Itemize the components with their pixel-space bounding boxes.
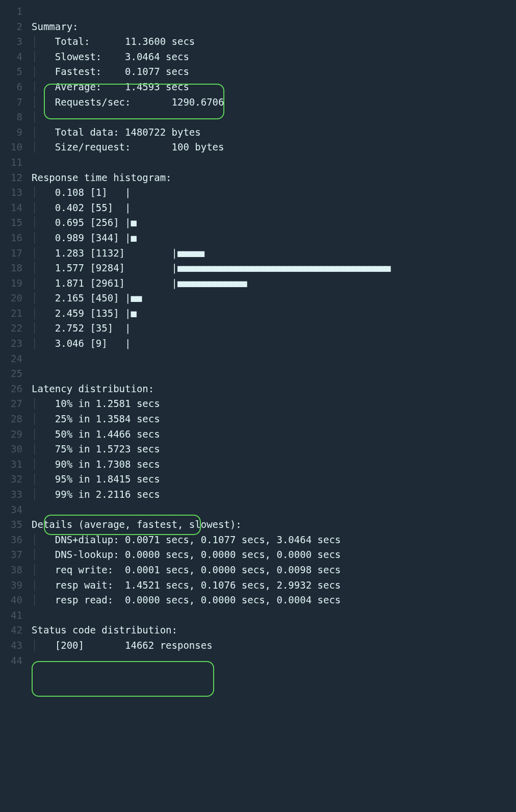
- latency-row: │ 10% in 1.2581 secs: [32, 396, 516, 412]
- line-number: 22: [0, 321, 22, 336]
- details-row: │ resp wait: 1.4521 secs, 0.1076 secs, 2…: [32, 578, 516, 593]
- details-row: │ DNS+dialup: 0.0071 secs, 0.1077 secs, …: [32, 532, 516, 548]
- latency-header: Latency distribution:: [32, 382, 516, 397]
- summary-total-data: │ Total data: 1480722 bytes: [32, 125, 516, 140]
- code-line: [32, 653, 516, 669]
- line-number: 29: [0, 427, 22, 442]
- latency-row: │ 75% in 1.5723 secs: [32, 442, 516, 457]
- line-number: 4: [0, 49, 22, 65]
- details-header: Details (average, fastest, slowest):: [32, 517, 516, 532]
- code-editor: 1234567891011121314151617181920212223242…: [0, 0, 516, 668]
- histogram-header: Response time histogram:: [32, 170, 516, 186]
- line-number: 16: [0, 231, 22, 246]
- histogram-row: │ 1.283 [1132] |■■■■■: [32, 246, 516, 261]
- summary-total: │ Total: 11.3600 secs: [32, 34, 516, 49]
- line-number: 1: [0, 4, 22, 19]
- line-number: 34: [0, 502, 22, 518]
- code-area: Summary: │ Total: 11.3600 secs │ Slowest…: [32, 4, 516, 668]
- details-row: │ req write: 0.0001 secs, 0.0000 secs, 0…: [32, 563, 516, 578]
- line-number: 30: [0, 442, 22, 457]
- line-number: 3: [0, 34, 22, 49]
- line-number: 11: [0, 155, 22, 170]
- line-number: 28: [0, 412, 22, 427]
- summary-size-req: │ Size/request: 100 bytes: [32, 140, 516, 155]
- histogram-row: │ 2.752 [35] |: [32, 321, 516, 336]
- latency-row: │ 50% in 1.4466 secs: [32, 427, 516, 442]
- line-number: 23: [0, 336, 22, 351]
- line-number: 5: [0, 64, 22, 80]
- line-number: 36: [0, 532, 22, 548]
- line-number: 42: [0, 623, 22, 638]
- line-number: 31: [0, 457, 22, 472]
- code-line: [32, 608, 516, 623]
- code-line: [32, 351, 516, 367]
- latency-row: │ 99% in 2.2116 secs: [32, 487, 516, 502]
- line-number: 25: [0, 366, 22, 382]
- histogram-row: │ 0.695 [256] |■: [32, 215, 516, 231]
- latency-row: │ 95% in 1.8415 secs: [32, 472, 516, 487]
- histogram-row: │ 2.459 [135] |■: [32, 306, 516, 321]
- line-number: 15: [0, 215, 22, 231]
- code-line: │: [32, 110, 516, 125]
- line-number: 27: [0, 396, 22, 412]
- line-number: 32: [0, 472, 22, 487]
- histogram-row: │ 0.108 [1] |: [32, 185, 516, 200]
- line-number: 13: [0, 185, 22, 200]
- line-number: 2: [0, 19, 22, 35]
- code-line: [32, 502, 516, 518]
- line-number: 24: [0, 351, 22, 367]
- details-row: │ DNS-lookup: 0.0000 secs, 0.0000 secs, …: [32, 547, 516, 563]
- summary-slowest: │ Slowest: 3.0464 secs: [32, 49, 516, 65]
- line-number: 14: [0, 200, 22, 216]
- summary-fastest: │ Fastest: 0.1077 secs: [32, 64, 516, 80]
- latency-row: │ 90% in 1.7308 secs: [32, 457, 516, 472]
- line-number: 19: [0, 276, 22, 291]
- line-number-gutter: 1234567891011121314151617181920212223242…: [0, 4, 32, 668]
- line-number: 18: [0, 261, 22, 276]
- histogram-row: │ 3.046 [9] |: [32, 336, 516, 351]
- line-number: 6: [0, 80, 22, 95]
- line-number: 37: [0, 547, 22, 563]
- line-number: 40: [0, 593, 22, 608]
- code-line: [32, 155, 516, 170]
- line-number: 43: [0, 638, 22, 653]
- line-number: 17: [0, 246, 22, 261]
- line-number: 35: [0, 517, 22, 532]
- line-number: 41: [0, 608, 22, 623]
- summary-header: Summary:: [32, 19, 516, 35]
- line-number: 38: [0, 563, 22, 578]
- summary-rps: │ Requests/sec: 1290.6706: [32, 95, 516, 110]
- line-number: 39: [0, 578, 22, 593]
- code-line: [32, 366, 516, 382]
- status-row: │ [200] 14662 responses: [32, 638, 516, 653]
- histogram-row: │ 0.989 [344] |■: [32, 231, 516, 246]
- line-number: 20: [0, 291, 22, 306]
- details-row: │ resp read: 0.0000 secs, 0.0000 secs, 0…: [32, 593, 516, 608]
- line-number: 12: [0, 170, 22, 186]
- status-header: Status code distribution:: [32, 623, 516, 638]
- latency-row: │ 25% in 1.3584 secs: [32, 412, 516, 427]
- histogram-row: │ 2.165 [450] |■■: [32, 291, 516, 306]
- histogram-row: │ 1.577 [9284] |■■■■■■■■■■■■■■■■■■■■■■■■…: [32, 261, 516, 276]
- line-number: 10: [0, 140, 22, 155]
- line-number: 26: [0, 382, 22, 397]
- line-number: 44: [0, 653, 22, 669]
- line-number: 9: [0, 125, 22, 140]
- line-number: 7: [0, 95, 22, 110]
- histogram-row: │ 1.871 [2961] |■■■■■■■■■■■■■: [32, 276, 516, 291]
- line-number: 8: [0, 110, 22, 125]
- line-number: 33: [0, 487, 22, 502]
- code-line: [32, 4, 516, 19]
- histogram-row: │ 0.402 [55] |: [32, 200, 516, 216]
- line-number: 21: [0, 306, 22, 321]
- summary-average: │ Average: 1.4593 secs: [32, 80, 516, 95]
